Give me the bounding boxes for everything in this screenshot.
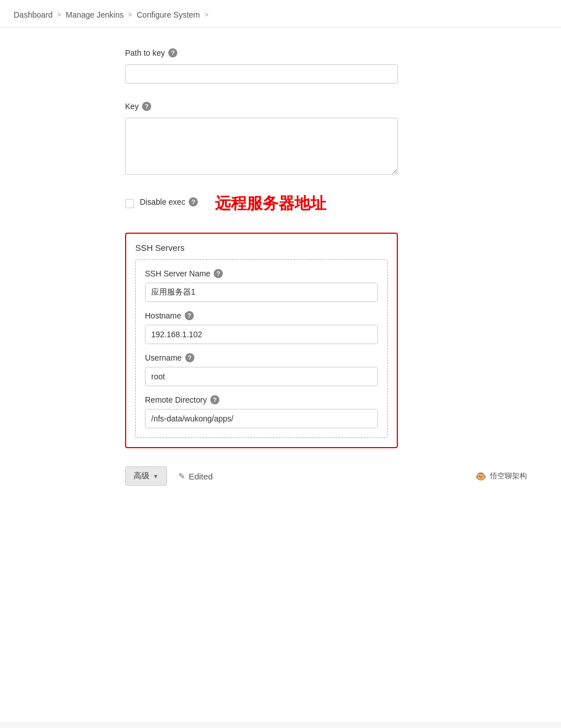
disable-exec-help-icon[interactable]: ? xyxy=(189,197,198,206)
path-to-key-help-icon[interactable]: ? xyxy=(168,48,177,57)
key-help-icon[interactable]: ? xyxy=(142,102,151,111)
hostname-help-icon[interactable]: ? xyxy=(185,311,194,320)
key-input[interactable] xyxy=(125,118,398,175)
hostname-input[interactable] xyxy=(145,325,378,344)
chevron-down-icon: ▼ xyxy=(153,473,159,479)
key-field: Key ? xyxy=(0,93,561,184)
server-name-input[interactable] xyxy=(145,283,378,302)
edited-indicator: ✎ Edited xyxy=(178,471,213,481)
username-label: Username ? xyxy=(145,353,378,362)
ssh-servers-wrapper: SSH Servers SSH Server Name ? xyxy=(0,224,561,457)
ssh-server-inner: SSH Server Name ? Hostname ? xyxy=(135,259,388,438)
hostname-label: Hostname ? xyxy=(145,311,378,320)
main-content: Path to key ? Key ? Disable exec ? xyxy=(0,28,561,722)
brand-name: 悟空聊架构 xyxy=(490,471,527,481)
breadcrumb-separator-2: > xyxy=(128,11,132,19)
advanced-label: 高级 xyxy=(134,471,149,481)
breadcrumb-separator-1: > xyxy=(57,11,61,19)
edit-icon: ✎ xyxy=(178,471,185,481)
server-name-help-icon[interactable]: ? xyxy=(214,269,223,278)
ssh-server-name-field: SSH Server Name ? xyxy=(145,269,378,302)
ssh-server-name-label: SSH Server Name ? xyxy=(145,269,378,278)
edited-label: Edited xyxy=(189,471,213,481)
form-section: Path to key ? Key ? Disable exec ? xyxy=(0,28,561,495)
path-to-key-field: Path to key ? xyxy=(0,39,561,93)
breadcrumb: Dashboard > Manage Jenkins > Configure S… xyxy=(0,0,561,28)
disable-exec-checkbox[interactable] xyxy=(125,199,134,208)
username-input[interactable] xyxy=(145,367,378,386)
disable-exec-row: Disable exec ? 远程服务器地址 xyxy=(0,184,561,224)
remote-directory-field: Remote Directory ? xyxy=(145,395,378,428)
breadcrumb-item-manage-jenkins[interactable]: Manage Jenkins xyxy=(66,10,124,19)
remote-directory-help-icon[interactable]: ? xyxy=(210,395,219,404)
ssh-servers-title: SSH Servers xyxy=(135,243,388,253)
disable-exec-label: Disable exec ? xyxy=(140,197,198,206)
bottom-toolbar: 高级 ▼ ✎ Edited 🐵 悟空聊架构 xyxy=(0,457,561,495)
username-field: Username ? xyxy=(145,353,378,386)
brand-icon: 🐵 xyxy=(475,471,487,482)
ssh-servers-box: SSH Servers SSH Server Name ? xyxy=(125,233,398,448)
path-to-key-label: Path to key ? xyxy=(125,48,527,57)
brand-watermark: 🐵 悟空聊架构 xyxy=(475,471,527,482)
path-to-key-input[interactable] xyxy=(125,64,398,84)
remote-directory-input[interactable] xyxy=(145,409,378,428)
advanced-button[interactable]: 高级 ▼ xyxy=(125,466,167,486)
key-label: Key ? xyxy=(125,102,527,111)
page-wrapper: Dashboard > Manage Jenkins > Configure S… xyxy=(0,0,561,728)
remote-directory-label: Remote Directory ? xyxy=(145,395,378,404)
hostname-field: Hostname ? xyxy=(145,311,378,344)
breadcrumb-separator-3: > xyxy=(205,11,209,19)
annotation-text: 远程服务器地址 xyxy=(215,193,326,214)
breadcrumb-item-configure-system[interactable]: Configure System xyxy=(136,10,200,19)
breadcrumb-item-dashboard[interactable]: Dashboard xyxy=(14,10,53,19)
username-help-icon[interactable]: ? xyxy=(185,353,194,362)
